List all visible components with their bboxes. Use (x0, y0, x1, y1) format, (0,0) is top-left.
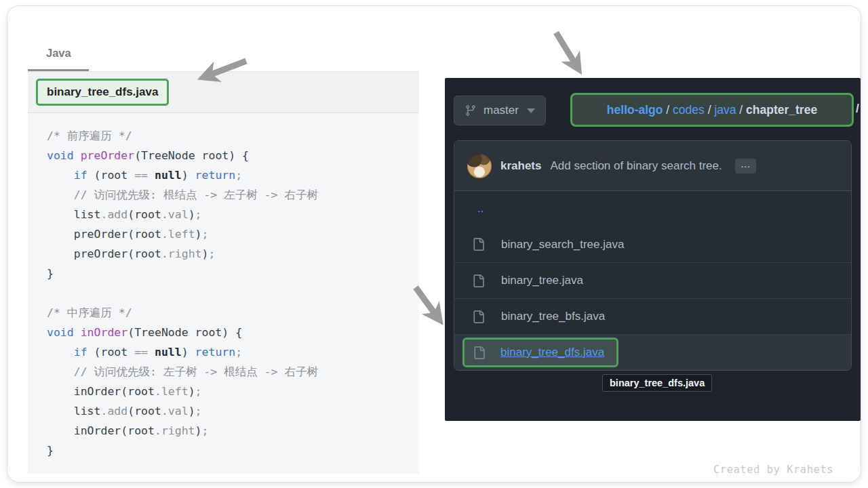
breadcrumb-trailing-slash: / (856, 102, 859, 116)
tab-java[interactable]: Java (46, 47, 71, 60)
code-panel: binary_tree_dfs.java /* 前序遍历 */void preO… (28, 72, 419, 474)
filename-tooltip: binary_tree_dfs.java (602, 374, 712, 392)
file-icon (472, 238, 485, 251)
breadcrumb-separator: / (705, 103, 715, 117)
branch-name: master (484, 104, 519, 117)
code-line: inOrder(root.right); (47, 421, 414, 441)
file-link[interactable]: binary_search_tree.java (501, 238, 624, 251)
file-icon (472, 310, 485, 323)
code-line: // 访问优先级: 左子树 -> 根结点 -> 右子树 (47, 362, 414, 382)
code-line: /* 前序遍历 */ (47, 126, 414, 146)
chevron-down-icon (527, 108, 535, 113)
credit-text: Created by Krahets (713, 464, 833, 476)
file-row[interactable]: binary_tree_dfs.java (454, 334, 851, 370)
screenshot: Java binary_tree_dfs.java /* 前序遍历 */void… (0, 0, 868, 488)
code-line: inOrder(root.left); (47, 382, 414, 401)
file-row[interactable]: binary_tree_bfs.java (454, 298, 851, 334)
breadcrumb-current: chapter_tree (746, 103, 817, 117)
file-row-inner: binary_tree.java (472, 274, 583, 287)
file-list: binary_search_tree.java binary_tree.java… (454, 226, 851, 370)
github-panel: master hello-algo / codes / java / chapt… (445, 78, 861, 421)
file-icon (472, 274, 485, 287)
commit-more-button[interactable]: … (735, 159, 756, 174)
code-line: void inOrder(TreeNode root) { (47, 323, 414, 342)
file-link[interactable]: binary_tree_bfs.java (501, 310, 605, 323)
breadcrumb-link[interactable]: java (714, 103, 736, 117)
breadcrumb-link[interactable]: hello-algo (607, 103, 663, 117)
parent-directory-link[interactable]: .. (477, 202, 484, 216)
avatar[interactable] (467, 154, 492, 178)
breadcrumb: hello-algo / codes / java / chapter_tree (570, 93, 854, 127)
file-link[interactable]: binary_tree_dfs.java (500, 346, 604, 359)
code-line: list.add(root.val); (47, 205, 414, 224)
code-line: preOrder(root.left); (47, 224, 414, 244)
file-row-inner: binary_tree_dfs.java (462, 338, 618, 367)
filename-highlight-box: binary_tree_dfs.java (36, 79, 169, 106)
code-line (47, 283, 414, 303)
file-browser-card: krahets Add section of binary search tre… (454, 140, 852, 371)
file-row-inner: binary_tree_bfs.java (472, 310, 605, 323)
file-link[interactable]: binary_tree.java (501, 274, 583, 287)
code-line: /* 中序遍历 */ (47, 303, 414, 323)
code-block: /* 前序遍历 */void preOrder(TreeNode root) {… (28, 113, 419, 460)
code-line: preOrder(root.right); (47, 244, 414, 264)
commit-message-link[interactable]: Add section of binary search tree. (550, 159, 722, 173)
code-line: if (root == null) return; (47, 342, 414, 362)
commit-author-link[interactable]: krahets (500, 159, 541, 173)
page-card: Java binary_tree_dfs.java /* 前序遍历 */void… (7, 5, 861, 483)
parent-directory-row[interactable]: .. (454, 191, 851, 226)
code-line: } (47, 264, 414, 283)
breadcrumb-link[interactable]: codes (673, 103, 705, 117)
file-row[interactable]: binary_search_tree.java (454, 226, 851, 262)
code-header: binary_tree_dfs.java (28, 72, 419, 113)
latest-commit-bar: krahets Add section of binary search tre… (454, 141, 851, 191)
code-line: void preOrder(TreeNode root) { (47, 146, 414, 165)
code-line: // 访问优先级: 根结点 -> 左子树 -> 右子树 (47, 185, 414, 205)
code-line: list.add(root.val); (47, 401, 414, 421)
git-branch-icon (465, 104, 477, 117)
file-row[interactable]: binary_tree.java (454, 262, 851, 298)
code-line: if (root == null) return; (47, 165, 414, 185)
file-row-inner: binary_search_tree.java (472, 238, 624, 251)
code-line: } (47, 441, 414, 460)
file-icon (473, 346, 486, 359)
branch-selector-button[interactable]: master (454, 96, 546, 125)
breadcrumb-separator: / (663, 103, 673, 117)
breadcrumb-separator: / (736, 103, 746, 117)
